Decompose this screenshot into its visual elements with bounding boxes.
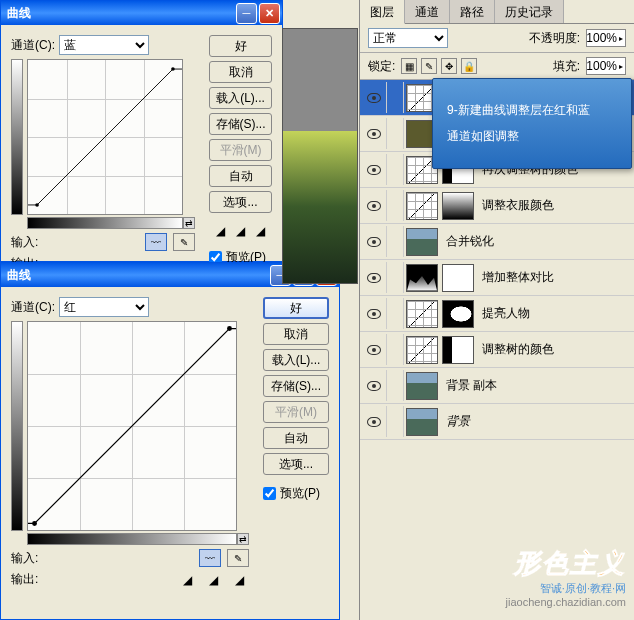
curve-tool-icon[interactable]: 〰	[145, 233, 167, 251]
cancel-button[interactable]: 取消	[263, 323, 329, 345]
tooltip-line1: 9-新建曲线调整层在红和蓝	[447, 97, 617, 123]
visibility-toggle[interactable]	[362, 309, 386, 319]
preview-checkbox[interactable]	[263, 487, 276, 500]
tab-paths[interactable]: 路径	[450, 0, 495, 23]
gradient-toggle[interactable]: ⇄	[237, 533, 249, 545]
lock-paint-icon[interactable]: ✎	[421, 58, 437, 74]
visibility-toggle[interactable]	[362, 201, 386, 211]
link-column[interactable]	[386, 406, 404, 437]
link-column[interactable]	[386, 370, 404, 401]
watermark-url: jiaocheng.chazidian.com	[506, 596, 626, 608]
smooth-button: 平滑(M)	[263, 401, 329, 423]
smooth-button: 平滑(M)	[209, 139, 272, 161]
channel-select[interactable]: 蓝	[59, 35, 149, 55]
tab-layers[interactable]: 图层	[360, 0, 405, 24]
link-column[interactable]	[386, 154, 404, 185]
layer-mask-thumbnail[interactable]	[442, 264, 474, 292]
visibility-toggle[interactable]	[362, 237, 386, 247]
layer-row[interactable]: 增加整体对比	[360, 260, 634, 296]
layer-row[interactable]: 合并锐化	[360, 224, 634, 260]
auto-button[interactable]: 自动	[209, 165, 272, 187]
pencil-tool-icon[interactable]: ✎	[173, 233, 195, 251]
cancel-button[interactable]: 取消	[209, 61, 272, 83]
visibility-toggle[interactable]	[362, 273, 386, 283]
dialog-title: 曲线	[7, 5, 234, 22]
ok-button[interactable]: 好	[263, 297, 329, 319]
link-column[interactable]	[386, 262, 404, 293]
eyedropper-white-icon[interactable]: ◢	[231, 572, 247, 588]
lock-all-icon[interactable]: 🔒	[461, 58, 477, 74]
link-column[interactable]	[386, 334, 404, 365]
dialog-titlebar[interactable]: 曲线 ─ ✕	[1, 1, 282, 25]
layer-thumbnail[interactable]	[406, 192, 438, 220]
layer-thumbnail[interactable]	[406, 300, 438, 328]
eyedropper-white-icon[interactable]: ◢	[253, 223, 269, 239]
eye-icon	[367, 165, 381, 175]
curves-graph[interactable]	[27, 59, 183, 215]
layer-row[interactable]: 提亮人物	[360, 296, 634, 332]
opacity-input[interactable]: 100%▸	[586, 29, 626, 47]
tab-channels[interactable]: 通道	[405, 0, 450, 23]
save-button[interactable]: 存储(S)...	[209, 113, 272, 135]
curve-tool-icon[interactable]: 〰	[199, 549, 221, 567]
layer-thumbnail[interactable]	[406, 336, 438, 364]
lock-transparency-icon[interactable]: ▦	[401, 58, 417, 74]
layer-thumbnail[interactable]	[406, 408, 438, 436]
link-column[interactable]	[386, 226, 404, 257]
fill-label: 填充:	[553, 58, 580, 75]
blend-mode-select[interactable]: 正常	[368, 28, 448, 48]
instruction-tooltip: 9-新建曲线调整层在红和蓝 通道如图调整	[432, 78, 632, 169]
svg-point-0	[35, 203, 39, 207]
auto-button[interactable]: 自动	[263, 427, 329, 449]
visibility-toggle[interactable]	[362, 129, 386, 139]
options-button[interactable]: 选项...	[263, 453, 329, 475]
fill-input[interactable]: 100%▸	[586, 57, 626, 75]
visibility-toggle[interactable]	[362, 381, 386, 391]
layer-thumbnail[interactable]	[406, 228, 438, 256]
eyedropper-black-icon[interactable]: ◢	[213, 223, 229, 239]
eye-icon	[367, 381, 381, 391]
visibility-toggle[interactable]	[362, 165, 386, 175]
tab-history[interactable]: 历史记录	[495, 0, 564, 23]
minimize-button[interactable]: ─	[236, 3, 257, 24]
gradient-toggle[interactable]: ⇄	[183, 217, 195, 229]
curves-graph[interactable]	[27, 321, 237, 531]
eye-icon	[367, 201, 381, 211]
visibility-toggle[interactable]	[362, 345, 386, 355]
opacity-label: 不透明度:	[529, 30, 580, 47]
close-button[interactable]: ✕	[259, 3, 280, 24]
watermark-sub: 智诚·原创·教程·网	[506, 581, 626, 596]
load-button[interactable]: 载入(L)...	[209, 87, 272, 109]
ok-button[interactable]: 好	[209, 35, 272, 57]
layer-row[interactable]: 背景	[360, 404, 634, 440]
link-column[interactable]	[386, 118, 404, 149]
visibility-toggle[interactable]	[362, 93, 386, 103]
eyedropper-gray-icon[interactable]: ◢	[205, 572, 221, 588]
layer-thumbnail[interactable]	[406, 264, 438, 292]
eye-icon	[367, 93, 381, 103]
eyedropper-black-icon[interactable]: ◢	[179, 572, 195, 588]
eyedropper-gray-icon[interactable]: ◢	[233, 223, 249, 239]
options-button[interactable]: 选项...	[209, 191, 272, 213]
layer-mask-thumbnail[interactable]	[442, 300, 474, 328]
layer-row[interactable]: 调整树的颜色	[360, 332, 634, 368]
watermark-brand: 形色主义	[506, 546, 626, 581]
layer-mask-thumbnail[interactable]	[442, 192, 474, 220]
visibility-toggle[interactable]	[362, 417, 386, 427]
lock-move-icon[interactable]: ✥	[441, 58, 457, 74]
curves-dialog-red: 曲线 ─ ☐ ✕ 通道(C): 红 ⇄ 输入:	[0, 262, 340, 620]
preview-label: 预览(P)	[280, 485, 320, 502]
channel-select[interactable]: 红	[59, 297, 149, 317]
save-button[interactable]: 存储(S)...	[263, 375, 329, 397]
panel-tabs: 图层 通道 路径 历史记录	[360, 0, 634, 24]
layer-mask-thumbnail[interactable]	[442, 336, 474, 364]
layer-row[interactable]: 调整衣服颜色	[360, 188, 634, 224]
layer-thumbnail[interactable]	[406, 372, 438, 400]
link-column[interactable]	[386, 82, 404, 113]
link-column[interactable]	[386, 298, 404, 329]
layer-row[interactable]: 背景 副本	[360, 368, 634, 404]
load-button[interactable]: 载入(L)...	[263, 349, 329, 371]
pencil-tool-icon[interactable]: ✎	[227, 549, 249, 567]
link-column[interactable]	[386, 190, 404, 221]
svg-point-1	[171, 67, 175, 71]
